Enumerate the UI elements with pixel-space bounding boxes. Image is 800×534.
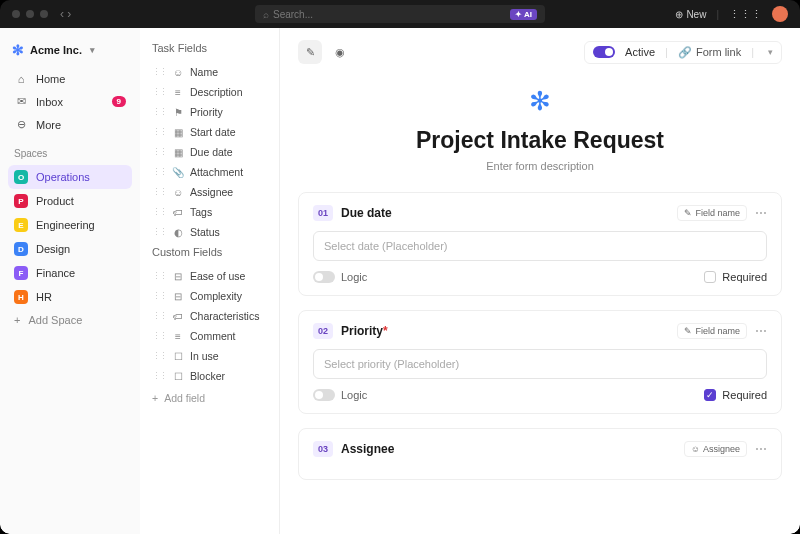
card-menu-button[interactable]: ⋯ (755, 206, 767, 220)
field-complexity[interactable]: ⋮⋮⊟Complexity (148, 286, 271, 306)
form-link-button[interactable]: 🔗Form link (678, 46, 741, 59)
field-name[interactable]: ⋮⋮☺Name (148, 62, 271, 82)
card-title: Due date (341, 206, 392, 220)
field-name-pill[interactable]: ✎Field name (677, 323, 747, 339)
active-label: Active (625, 46, 655, 58)
card-number: 01 (313, 205, 333, 221)
card-menu-button[interactable]: ⋯ (755, 442, 767, 456)
slider-icon: ⊟ (172, 271, 184, 282)
required-checkbox-group[interactable]: ✓Required (704, 389, 767, 401)
nav-home[interactable]: ⌂Home (8, 68, 132, 90)
form-card-due-date[interactable]: 01 Due date ✎Field name ⋯ Select date (P… (298, 192, 782, 296)
field-name-pill[interactable]: ✎Field name (677, 205, 747, 221)
pencil-icon: ✎ (306, 46, 315, 59)
custom-fields-header: Custom Fields (148, 242, 271, 266)
plus-icon: + (14, 314, 20, 326)
search-icon: ⌕ (263, 9, 269, 20)
field-assignee[interactable]: ⋮⋮☺Assignee (148, 182, 271, 202)
eye-icon: ◉ (335, 46, 345, 59)
space-product[interactable]: PProduct (8, 189, 132, 213)
preview-mode-button[interactable]: ◉ (328, 40, 352, 64)
nav-more[interactable]: ⊖More (8, 113, 132, 136)
person-icon: ☺ (691, 444, 700, 454)
workspace-logo-icon: ✻ (12, 42, 24, 58)
tag-icon: 🏷 (172, 311, 184, 322)
form-builder-main: ✎ ◉ Active | 🔗Form link | ▾ ✻ Project In… (280, 28, 800, 534)
field-blocker[interactable]: ⋮⋮☐Blocker (148, 366, 271, 386)
text-icon: ≡ (172, 331, 184, 342)
drag-handle-icon: ⋮⋮ (152, 67, 166, 77)
space-hr[interactable]: HHR (8, 285, 132, 309)
status-icon: ◐ (172, 227, 184, 238)
field-tags[interactable]: ⋮⋮🏷Tags (148, 202, 271, 222)
field-characteristics[interactable]: ⋮⋮🏷Characteristics (148, 306, 271, 326)
field-priority[interactable]: ⋮⋮⚑Priority (148, 102, 271, 122)
nav-inbox[interactable]: ✉Inbox9 (8, 90, 132, 113)
space-engineering[interactable]: EEngineering (8, 213, 132, 237)
workspace-selector[interactable]: ✻ Acme Inc. ▾ (8, 38, 132, 68)
ai-badge[interactable]: ✦ AI (510, 9, 537, 20)
logic-toggle[interactable] (313, 271, 335, 283)
sidebar: ✻ Acme Inc. ▾ ⌂Home ✉Inbox9 ⊖More Spaces… (0, 28, 140, 534)
space-operations[interactable]: OOperations (8, 165, 132, 189)
edit-mode-button[interactable]: ✎ (298, 40, 322, 64)
priority-input[interactable]: Select priority (Placeholder) (313, 349, 767, 379)
inbox-icon: ✉ (14, 95, 28, 108)
field-due-date[interactable]: ⋮⋮▦Due date (148, 142, 271, 162)
field-name-pill[interactable]: ☺Assignee (684, 441, 747, 457)
spaces-header: Spaces (8, 136, 132, 165)
flag-icon: ⚑ (172, 107, 184, 118)
required-checkbox-group[interactable]: Required (704, 271, 767, 283)
form-logo-icon: ✻ (280, 86, 800, 117)
calendar-icon: ▦ (172, 147, 184, 158)
home-icon: ⌂ (14, 73, 28, 85)
task-fields-header: Task Fields (148, 38, 271, 62)
field-attachment[interactable]: ⋮⋮📎Attachment (148, 162, 271, 182)
fields-panel: Task Fields ⋮⋮☺Name ⋮⋮≡Description ⋮⋮⚑Pr… (140, 28, 280, 534)
more-icon: ⊖ (14, 118, 28, 131)
apps-grid-icon[interactable]: ⋮⋮⋮ (729, 8, 762, 21)
field-start-date[interactable]: ⋮⋮▦Start date (148, 122, 271, 142)
field-status[interactable]: ⋮⋮◐Status (148, 222, 271, 242)
new-button[interactable]: ⊕ New (675, 9, 706, 20)
field-description[interactable]: ⋮⋮≡Description (148, 82, 271, 102)
form-subtitle[interactable]: Enter form description (280, 160, 800, 172)
checkbox-icon: ☐ (172, 371, 184, 382)
required-checkbox[interactable] (704, 271, 716, 283)
field-in-use[interactable]: ⋮⋮☐In use (148, 346, 271, 366)
user-avatar[interactable] (772, 6, 788, 22)
space-design[interactable]: DDesign (8, 237, 132, 261)
required-checkbox[interactable]: ✓ (704, 389, 716, 401)
tag-icon: 🏷 (172, 207, 184, 218)
add-field-button[interactable]: +Add field (148, 386, 271, 410)
card-menu-button[interactable]: ⋯ (755, 324, 767, 338)
logic-toggle-group[interactable]: Logic (313, 389, 367, 401)
inbox-count-badge: 9 (112, 96, 126, 107)
plus-icon: + (152, 392, 158, 404)
window-controls[interactable] (12, 10, 48, 18)
add-space-button[interactable]: +Add Space (8, 309, 132, 331)
titlebar: ‹ › ⌕ Search... ✦ AI ⊕ New | ⋮⋮⋮ (0, 0, 800, 28)
global-search[interactable]: ⌕ Search... ✦ AI (255, 5, 545, 23)
chevron-down-icon: ▾ (90, 45, 95, 55)
nav-arrows[interactable]: ‹ › (60, 7, 71, 21)
date-input[interactable]: Select date (Placeholder) (313, 231, 767, 261)
logic-toggle[interactable] (313, 389, 335, 401)
logic-toggle-group[interactable]: Logic (313, 271, 367, 283)
checkbox-icon: ☐ (172, 351, 184, 362)
form-card-priority[interactable]: 02 Priority* ✎Field name ⋯ Select priori… (298, 310, 782, 414)
active-toggle[interactable] (593, 46, 615, 58)
calendar-icon: ▦ (172, 127, 184, 138)
person-icon: ☺ (172, 67, 184, 78)
edit-icon: ✎ (684, 326, 692, 336)
space-finance[interactable]: FFinance (8, 261, 132, 285)
field-comment[interactable]: ⋮⋮≡Comment (148, 326, 271, 346)
form-card-assignee[interactable]: 03 Assignee ☺Assignee ⋯ (298, 428, 782, 480)
form-title[interactable]: Project Intake Request (280, 127, 800, 154)
card-number: 03 (313, 441, 333, 457)
person-icon: ☺ (172, 187, 184, 198)
chevron-down-icon[interactable]: ▾ (764, 47, 773, 57)
attachment-icon: 📎 (172, 167, 184, 178)
field-ease-of-use[interactable]: ⋮⋮⊟Ease of use (148, 266, 271, 286)
slider-icon: ⊟ (172, 291, 184, 302)
